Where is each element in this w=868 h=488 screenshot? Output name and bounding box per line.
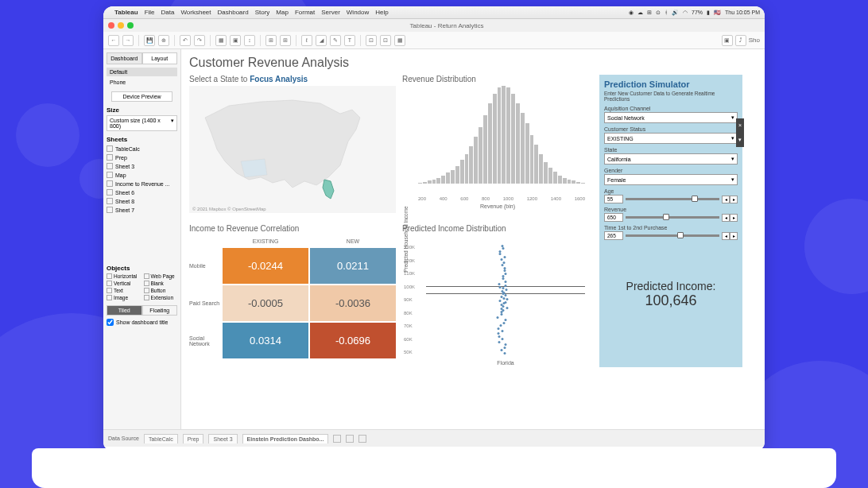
wifi-icon[interactable]: ◠ <box>683 10 688 16</box>
new-story-button[interactable] <box>358 435 366 443</box>
forward-button[interactable]: → <box>122 35 134 46</box>
toolbar-button[interactable]: ⊡ <box>366 35 377 46</box>
sim-revenue-inc[interactable]: ▸ <box>730 214 738 222</box>
sim-age-value[interactable]: 55 <box>604 195 623 203</box>
zoom-window-button[interactable] <box>127 22 134 29</box>
map-viz[interactable]: © 2021 Mapbox © OpenStreetMap <box>189 86 396 213</box>
tray-icon[interactable]: ◉ <box>629 10 634 16</box>
new-dashboard-button[interactable] <box>346 435 354 443</box>
app-name[interactable]: Tableau <box>114 9 138 16</box>
sim-time-dec[interactable]: ◂ <box>722 232 730 240</box>
tray-icon[interactable]: ⊙ <box>656 10 661 16</box>
floating-button[interactable]: Floating <box>142 305 178 316</box>
toolbar-button[interactable]: ⊞ <box>280 35 291 46</box>
sim-time-inc[interactable]: ▸ <box>730 232 738 240</box>
sheet-item[interactable]: Sheet 8 <box>107 197 177 205</box>
sim-time-slider[interactable] <box>626 234 719 237</box>
object-webpage[interactable]: Web Page <box>144 273 178 279</box>
size-select[interactable]: Custom size (1400 x 800)▾ <box>107 115 177 131</box>
menu-dashboard[interactable]: Dashboard <box>218 9 249 16</box>
data-source-tab[interactable]: Data Source <box>108 436 139 441</box>
device-default[interactable]: Default <box>107 68 177 76</box>
new-worksheet-button[interactable] <box>333 435 341 443</box>
object-horizontal[interactable]: Horizontal <box>107 273 141 279</box>
sim-time-value[interactable]: 265 <box>604 231 623 240</box>
cloud-icon[interactable]: ☁ <box>637 10 643 16</box>
toolbar-button[interactable]: ▦ <box>394 35 405 46</box>
redo-button[interactable]: ↷ <box>194 35 205 46</box>
sim-age-slider[interactable] <box>626 198 719 200</box>
tab-dashboard[interactable]: Dashboard <box>107 52 142 64</box>
parameter-control-handle[interactable]: ×▾ <box>736 118 744 147</box>
object-image[interactable]: Image <box>107 295 141 300</box>
undo-button[interactable]: ↶ <box>180 35 191 46</box>
show-me-button[interactable]: Sho <box>749 37 760 44</box>
chevron-down-icon: ▾ <box>171 118 174 129</box>
volume-icon[interactable]: 🔊 <box>672 10 679 16</box>
close-window-button[interactable] <box>108 22 114 29</box>
device-phone[interactable]: Phone <box>107 78 177 87</box>
tiled-button[interactable]: Tiled <box>107 305 142 316</box>
sheet-item[interactable]: Sheet 3 <box>107 162 177 170</box>
toolbar-button[interactable]: ⊞ <box>265 35 277 46</box>
show-title-checkbox[interactable]: Show dashboard title <box>107 319 177 326</box>
object-extension[interactable]: Extension <box>144 295 178 300</box>
device-preview-button[interactable]: Device Preview <box>111 91 172 102</box>
sheet-tab[interactable]: Prep <box>183 434 204 443</box>
tray-icon[interactable]: ⊞ <box>647 10 652 16</box>
object-button[interactable]: Button <box>144 288 178 293</box>
menu-window[interactable]: Window <box>347 9 369 16</box>
histogram-viz[interactable]: 2004006008001000120014001600 Revenue (bi… <box>402 86 593 201</box>
menu-data[interactable]: Data <box>161 9 175 16</box>
toolbar-button[interactable]: ◢ <box>316 35 327 46</box>
object-vertical[interactable]: Vertical <box>107 281 141 286</box>
back-button[interactable]: ← <box>108 35 119 46</box>
sim-revenue-dec[interactable]: ◂ <box>722 214 730 222</box>
bluetooth-icon[interactable]: ᚼ <box>665 10 668 15</box>
toolbar-button[interactable]: ✎ <box>330 35 341 46</box>
toolbar-button[interactable]: ↕ <box>244 35 255 46</box>
object-text[interactable]: Text <box>107 288 141 293</box>
new-data-button[interactable]: ⊕ <box>158 35 169 46</box>
presentation-button[interactable]: ▣ <box>722 35 733 46</box>
sheet-item[interactable]: Sheet 7 <box>107 206 177 214</box>
sheet-tab[interactable]: TableCalc <box>144 434 178 443</box>
toolbar-button[interactable]: ⊡ <box>380 35 391 46</box>
sim-status-select[interactable]: EXISTING▾ <box>604 133 738 144</box>
sim-acq-select[interactable]: Social Network▾ <box>604 112 738 123</box>
sheet-item[interactable]: Prep <box>107 153 177 161</box>
menu-story[interactable]: Story <box>255 9 270 16</box>
extension-icon <box>144 295 149 300</box>
sheet-item[interactable]: Map <box>107 171 177 179</box>
flag-icon[interactable]: 🇺🇸 <box>714 10 721 16</box>
sheet-item[interactable]: Income to Revenue ... <box>107 180 177 188</box>
strip-viz[interactable]: Predicted Household Income 130K120K110K1… <box>402 235 593 370</box>
sim-age-inc[interactable]: ▸ <box>730 196 738 203</box>
toolbar-button[interactable]: ▣ <box>230 35 241 46</box>
object-blank[interactable]: Blank <box>144 281 178 286</box>
menu-help[interactable]: Help <box>375 9 388 16</box>
close-icon[interactable]: × <box>738 122 742 128</box>
sim-age-dec[interactable]: ◂ <box>722 196 730 203</box>
sim-gender-select[interactable]: Female▾ <box>604 174 738 185</box>
toolbar-button[interactable]: T <box>344 35 355 46</box>
sheet-item[interactable]: TableCalc <box>107 145 177 153</box>
sim-revenue-slider[interactable] <box>626 216 719 219</box>
share-button[interactable]: ⤴ <box>735 35 746 46</box>
sim-state-select[interactable]: California▾ <box>604 153 738 165</box>
menu-format[interactable]: Format <box>295 9 315 16</box>
menu-map[interactable]: Map <box>276 9 289 16</box>
minimize-window-button[interactable] <box>118 22 124 29</box>
tab-layout[interactable]: Layout <box>142 52 178 64</box>
sheet-tab-active[interactable]: Einstein Prediction Dashbo... <box>242 434 329 443</box>
toolbar-button[interactable]: ℓ <box>301 35 312 46</box>
sheet-tab[interactable]: Sheet 3 <box>208 434 237 443</box>
save-button[interactable]: 💾 <box>144 35 155 46</box>
menu-server[interactable]: Server <box>321 9 340 16</box>
toolbar-button[interactable]: ▦ <box>215 35 227 46</box>
sheet-item[interactable]: Sheet 6 <box>107 188 177 196</box>
menu-file[interactable]: File <box>145 9 155 16</box>
menu-worksheet[interactable]: Worksheet <box>180 9 211 16</box>
sim-revenue-value[interactable]: 650 <box>604 213 623 222</box>
clock[interactable]: Thu 10:05 PM <box>725 10 760 15</box>
